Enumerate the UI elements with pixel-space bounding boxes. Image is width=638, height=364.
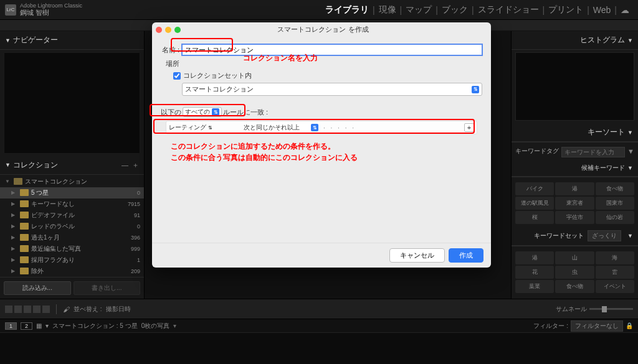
keyword-set-item[interactable]: 葉菜 [515, 280, 554, 293]
collection-set-icon [14, 178, 22, 185]
painter-icon[interactable]: 🖌 [63, 306, 70, 313]
module-develop[interactable]: 現像 [375, 4, 400, 16]
candidates-header[interactable]: 候補キーワード ▼ [512, 160, 638, 177]
add-collection-button[interactable]: ＋ [132, 161, 139, 170]
breadcrumb[interactable]: スマートコレクション : 5 つ星 [52, 322, 138, 330]
keyword-set-item[interactable]: イベント [596, 280, 634, 293]
collection-set-select[interactable]: スマートコレクション ⇅ [182, 83, 482, 96]
keyword-candidate[interactable]: 食べ物 [596, 182, 634, 195]
photo-count: 0枚の写真 [141, 322, 170, 330]
collection-item[interactable]: ▶ビデオファイル91 [0, 210, 144, 221]
inside-set-label: コレクションセット内 [183, 71, 252, 80]
loupe-view-icon[interactable] [14, 306, 22, 313]
window-minimize-icon[interactable] [165, 27, 171, 33]
histogram-header[interactable]: ヒストグラム ▼ [512, 31, 638, 50]
keyword-candidate[interactable]: 東宮者 [555, 197, 594, 210]
keyword-candidate[interactable]: 港 [555, 182, 594, 195]
thumbnail-size-slider[interactable] [589, 308, 633, 310]
keyword-set-item[interactable]: 雲 [596, 266, 634, 279]
keyword-candidate[interactable]: 桜 [515, 211, 554, 224]
chevron-down-icon: ▼ [5, 179, 11, 184]
module-book[interactable]: ブック [438, 4, 472, 16]
people-view-icon[interactable] [42, 306, 50, 313]
grid-view-icon[interactable] [5, 306, 12, 313]
keyword-tag-input[interactable] [561, 147, 625, 157]
sort-value[interactable]: 撮影日時 [106, 305, 131, 314]
keyword-set-item[interactable]: 港 [515, 251, 554, 264]
thumbnail-label: サムネール [556, 305, 587, 314]
import-button[interactable]: 読み込み... [4, 281, 71, 295]
module-map[interactable]: マップ [402, 4, 436, 16]
add-rule-button[interactable]: + [464, 123, 474, 132]
cancel-button[interactable]: キャンセル [389, 248, 445, 263]
keyword-candidate[interactable]: 道の駅風見 [515, 197, 554, 210]
keyword-set-item[interactable]: 虫 [555, 266, 594, 279]
collection-item[interactable]: ▶過去1ヶ月396 [0, 232, 144, 243]
module-library[interactable]: ライブラリ [321, 4, 373, 16]
keyword-set-item[interactable]: 山 [555, 251, 594, 264]
collection-item[interactable]: ▶キーワードなし7915 [0, 198, 144, 210]
info-bar: 1 2 ▦ ▾ スマートコレクション : 5 つ星 0枚の写真 ▾ フィルター … [0, 319, 638, 332]
keyword-candidate[interactable]: 国東市 [596, 197, 634, 210]
filmstrip-toolbar: 🖌 並べ替え : 撮影日時 サムネール [0, 299, 638, 319]
keyword-candidate[interactable]: バイク [515, 182, 554, 195]
smart-collection-icon [20, 223, 29, 230]
keyword-candidate[interactable]: 仙の岩 [596, 211, 634, 224]
module-print[interactable]: プリント [545, 4, 587, 16]
module-slideshow[interactable]: スライドショー [474, 4, 543, 16]
filter-select[interactable]: フィルターなし [571, 320, 623, 332]
smart-collection-icon [20, 200, 29, 207]
inside-set-row: コレクションセット内 [161, 71, 482, 80]
app-logo: LrC [5, 4, 16, 16]
keysort-title: キーソート [588, 127, 625, 138]
chevron-down-icon[interactable]: ▾ [45, 322, 49, 329]
lock-icon[interactable]: 🔒 [626, 322, 633, 329]
chevron-down-icon[interactable]: ▼ [627, 147, 634, 155]
chevron-down-icon: ▼ [5, 37, 11, 44]
keyword-set-item[interactable]: 食べ物 [555, 280, 594, 293]
create-button[interactable]: 作成 [449, 248, 483, 263]
app-title: Adobe Lightroom Classic [20, 3, 82, 9]
filmstrip[interactable] [0, 332, 638, 364]
collection-item[interactable]: ▶最近編集した写真999 [0, 243, 144, 254]
annotation-text: この条件に合う写真は自動的にこのコレクションに入る [171, 152, 358, 163]
candidates-title: 候補キーワード [581, 164, 625, 172]
cloud-icon[interactable]: ☁ [617, 5, 633, 15]
chevron-down-icon: ▼ [5, 162, 11, 168]
page-1[interactable]: 1 [5, 322, 17, 330]
rule-field-select[interactable]: レーティング ⇅ [169, 123, 219, 132]
keyword-candidate[interactable]: 宇佐市 [555, 211, 594, 224]
module-web[interactable]: Web [589, 5, 615, 15]
keyword-set-item[interactable]: 海 [596, 251, 634, 264]
navigator-header[interactable]: ▼ ナビゲーター [0, 31, 144, 50]
collection-set[interactable]: ▼ スマートコレクション [0, 176, 144, 187]
collection-item[interactable]: ▶除外209 [0, 266, 144, 277]
left-panel: ▼ ナビゲーター ▼ コレクション — ＋ ▼ スマートコレクション ▶5 つ星… [0, 31, 145, 299]
collection-item[interactable]: ▶レッドのラベル0 [0, 221, 144, 232]
minus-icon[interactable]: — [121, 161, 128, 169]
histogram-title: ヒストグラム [580, 35, 625, 45]
match-mode-select[interactable]: すべての ⇅ [183, 107, 222, 117]
keysort-header[interactable]: キーソート ▼ [512, 123, 638, 142]
grid-small-icon[interactable]: ▦ [36, 322, 42, 329]
rule-operator-select[interactable]: 次と同じかそれ以上 ⇅ [244, 123, 318, 132]
keyword-set-item[interactable]: 花 [515, 266, 554, 279]
export-button[interactable]: 書き出し... [74, 281, 141, 295]
modal-body: 名前 : 場所 コレクションセット内 スマートコレクション ⇅ 以下の すべての… [152, 37, 491, 243]
kwset-header[interactable]: キーワードセット ざっくり ▼ [512, 226, 638, 246]
page-2[interactable]: 2 [21, 322, 32, 330]
inside-set-checkbox[interactable] [173, 72, 181, 80]
compare-view-icon[interactable] [24, 306, 31, 313]
collection-name-input[interactable] [182, 44, 482, 55]
survey-view-icon[interactable] [33, 306, 40, 313]
collections-header[interactable]: ▼ コレクション — ＋ [0, 156, 144, 175]
window-zoom-icon[interactable] [174, 27, 181, 33]
app-user: 鋼城 智樹 [20, 9, 82, 16]
collection-item[interactable]: ▶採用フラグあり1 [0, 254, 144, 266]
rating-value[interactable]: · · · · · [323, 124, 356, 131]
chevron-down-icon: ▼ [627, 37, 633, 44]
import-export-row: 読み込み... 書き出し... [0, 277, 144, 299]
window-close-icon[interactable] [156, 27, 162, 33]
kwset-select[interactable]: ざっくり [588, 230, 621, 241]
collection-item[interactable]: ▶5 つ星0 [0, 187, 144, 198]
